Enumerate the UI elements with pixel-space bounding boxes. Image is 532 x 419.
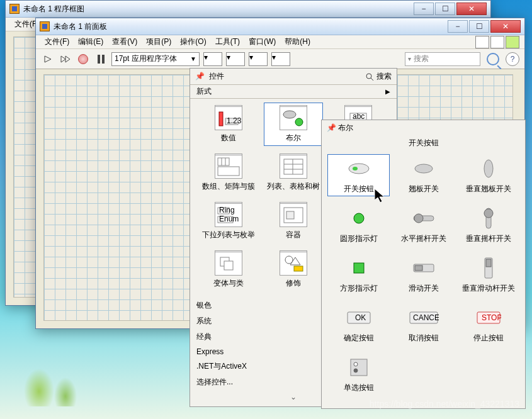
svg-rect-25 [286, 211, 294, 219]
help-button[interactable]: ? [506, 52, 519, 66]
minimize-button[interactable]: − [448, 20, 468, 33]
svg-point-33 [415, 164, 433, 173]
app-icon [9, 4, 20, 14]
view-menu[interactable]: 查看(V) [108, 35, 141, 48]
subitem-radio-button[interactable]: 单选按钮 [329, 355, 388, 393]
run-button[interactable] [41, 52, 55, 66]
svg-point-32 [353, 167, 358, 170]
palette-header: 📌 控件 搜索 [190, 69, 397, 85]
pause-button[interactable] [94, 52, 108, 66]
subitem-switch-button[interactable]: 开关按钮 [327, 154, 390, 196]
panel-icon-1[interactable] [475, 36, 489, 48]
svg-text:STOP: STOP [482, 313, 501, 322]
titlebar-back: 未命名 1 程序框图 − ☐ ✕ [6, 1, 490, 18]
subitem-slide-switch[interactable]: 滑动开关 [394, 255, 453, 294]
palette-item-numeric[interactable]: 1.23数值 [201, 105, 255, 143]
svg-point-31 [349, 164, 369, 174]
file-menu[interactable]: 文件(F) [41, 35, 73, 48]
palette-item-ring[interactable]: RingEnum下拉列表与枚举 [201, 202, 255, 240]
align-selector[interactable]: ▾ [203, 52, 222, 66]
pin-icon[interactable]: 📌 [327, 123, 336, 132]
font-selector[interactable]: 17pt 应用程序字体▼ [111, 52, 200, 66]
subitem-square-led[interactable]: 方形指示灯 [329, 255, 388, 294]
svg-rect-44 [486, 259, 491, 267]
close-button[interactable]: ✕ [490, 20, 521, 33]
svg-rect-42 [415, 265, 422, 271]
subitem-stop-button[interactable]: STOP停止按钮 [459, 305, 518, 344]
svg-point-8 [283, 111, 296, 118]
submenu-arrow-icon: ▶ [385, 88, 390, 95]
palette-item-list[interactable]: 列表、表格和树 [266, 154, 320, 192]
subitem-vert-slide[interactable]: 垂直滑动杆开关 [459, 255, 518, 294]
svg-marker-2 [65, 56, 70, 62]
svg-marker-29 [290, 257, 300, 265]
svg-marker-1 [61, 56, 65, 62]
help-menu[interactable]: 帮助(H) [281, 35, 314, 48]
svg-point-37 [414, 214, 423, 223]
panel-run-icon[interactable] [506, 36, 519, 48]
palette-item-boolean[interactable]: 布尔 [264, 103, 322, 146]
svg-point-34 [484, 160, 493, 177]
svg-point-53 [354, 369, 358, 372]
palette-title: 控件 [209, 71, 224, 82]
subitem-rocker-switch[interactable]: 翘板开关 [394, 156, 453, 194]
svg-point-9 [295, 118, 303, 126]
distribute-selector[interactable]: ▾ [226, 52, 245, 66]
subitem-vert-rocker[interactable]: 垂直翘板开关 [459, 156, 518, 194]
svg-line-4 [371, 78, 373, 81]
search-input[interactable]: ▾搜索 [405, 52, 480, 66]
submenu-title: 布尔 [338, 123, 353, 133]
operate-menu[interactable]: 操作(O) [176, 35, 210, 48]
svg-text:OK: OK [355, 313, 366, 322]
palette-item-container[interactable]: 容器 [266, 202, 320, 240]
panel-icon-2[interactable] [490, 36, 504, 48]
maximize-button[interactable]: ☐ [469, 20, 489, 33]
palette-search[interactable]: 搜索 [365, 71, 392, 82]
toolbar: 17pt 应用程序字体▼ ▾ ▾ ▾ ▾ ▾搜索 ? [36, 49, 524, 69]
svg-point-3 [366, 74, 371, 79]
svg-rect-40 [354, 263, 364, 273]
edit-menu[interactable]: 编辑(E) [74, 35, 107, 48]
palette-item-variant[interactable]: 变体与类 [201, 250, 255, 289]
subitem-round-led[interactable]: 圆形指示灯 [329, 206, 388, 244]
palette-item-array[interactable]: 数组、矩阵与簇 [201, 154, 255, 192]
svg-text:1.23: 1.23 [227, 116, 242, 125]
svg-marker-0 [45, 56, 51, 62]
svg-rect-13 [218, 167, 239, 176]
run-cont-button[interactable] [59, 52, 72, 66]
close-button[interactable]: ✕ [456, 3, 487, 15]
record-button[interactable] [76, 52, 90, 66]
svg-rect-27 [224, 261, 233, 270]
palette-item-decoration[interactable]: 修饰 [266, 250, 320, 289]
pin-icon[interactable]: 📌 [195, 72, 205, 82]
titlebar-front: 未命名 1 前面板 − ☐ ✕ [36, 18, 524, 35]
minimize-button[interactable]: − [414, 3, 434, 15]
svg-rect-5 [219, 112, 223, 126]
svg-point-39 [484, 209, 493, 218]
svg-rect-12 [218, 158, 229, 165]
svg-text:Enum: Enum [219, 215, 239, 223]
window-title-back: 未命名 1 程序框图 [23, 4, 412, 14]
palette-modern[interactable]: 新式 ▶ [190, 85, 397, 99]
window-menu[interactable]: 窗口(W) [245, 35, 280, 48]
svg-text:CANCEL: CANCEL [413, 313, 439, 322]
subitem-vert-toggle[interactable]: 垂直摇杆开关 [459, 206, 518, 244]
subitem-horiz-toggle[interactable]: 水平摇杆开关 [394, 206, 453, 244]
subitem-cancel-button[interactable]: CANCEL取消按钮 [394, 305, 453, 344]
svg-rect-51 [351, 359, 367, 376]
boolean-submenu: 📌 布尔 开关按钮 开关按钮 翘板开关 垂直翘板开关 圆形指示灯 水平摇杆开关 … [321, 120, 526, 409]
subitem-ok-button[interactable]: OK确定按钮 [329, 305, 388, 344]
project-menu[interactable]: 项目(P) [142, 35, 175, 48]
search-icon[interactable] [487, 53, 499, 65]
svg-rect-30 [294, 266, 303, 271]
panel-icons [475, 36, 519, 48]
tools-menu[interactable]: 工具(T) [212, 35, 244, 48]
window-title-front: 未命名 1 前面板 [54, 21, 446, 32]
resize-selector[interactable]: ▾ [249, 52, 268, 66]
maximize-button[interactable]: ☐ [435, 3, 455, 15]
menubar-front: 文件(F) 编辑(E) 查看(V) 项目(P) 操作(O) 工具(T) 窗口(W… [36, 35, 524, 49]
svg-point-35 [354, 213, 364, 223]
submenu-section: 开关按钮 [322, 135, 525, 151]
svg-point-52 [354, 362, 358, 366]
reorder-selector[interactable]: ▾ [271, 52, 290, 66]
